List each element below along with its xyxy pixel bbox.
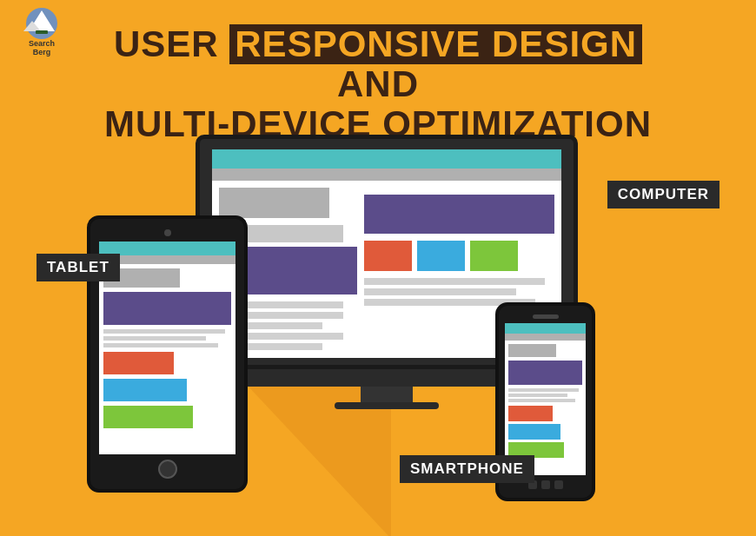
monitor-base xyxy=(335,402,439,409)
tablet-content xyxy=(99,264,235,433)
phone-btn-menu xyxy=(554,480,563,489)
phone-nav xyxy=(505,334,586,341)
monitor-right-content xyxy=(364,188,554,306)
phone-block-red xyxy=(508,406,553,421)
phone-content xyxy=(505,341,586,461)
phone-topbar xyxy=(505,323,586,334)
monitor-neck xyxy=(361,387,413,402)
tablet-block-blue xyxy=(103,379,187,401)
computer-label: COMPUTER xyxy=(607,181,720,208)
monitor-nav xyxy=(212,169,561,181)
monitor-hero-gray xyxy=(219,188,329,218)
logo-icon xyxy=(18,7,66,40)
phone-bar2 xyxy=(508,394,567,397)
tablet-bar2 xyxy=(103,336,206,341)
monitor-block-red xyxy=(364,241,412,271)
tablet-purple xyxy=(103,292,231,325)
title-line1: USER RESPONSIVE DESIGN AND xyxy=(74,24,682,104)
phone-speaker xyxy=(533,314,559,319)
tablet-bar3 xyxy=(103,343,218,347)
monitor-block-blue xyxy=(417,241,465,271)
phone-gray-block xyxy=(508,344,556,357)
tablet-home-button xyxy=(158,460,177,479)
tablet-label: TABLET xyxy=(36,254,120,281)
phone-bars xyxy=(508,388,582,402)
phone-bar3 xyxy=(508,399,575,402)
tablet-bars xyxy=(103,329,231,347)
logo: Search Berg xyxy=(7,7,76,57)
phone-btn-home xyxy=(541,480,550,489)
monitor-rt-bar2 xyxy=(364,288,516,295)
svg-rect-3 xyxy=(36,30,48,34)
monitor-block-green xyxy=(470,241,518,271)
monitor-right-blocks xyxy=(364,241,554,271)
phone-purple xyxy=(508,361,582,385)
title-area: USER RESPONSIVE DESIGN AND MULTI-DEVICE … xyxy=(74,24,682,145)
title-highlight: RESPONSIVE DESIGN xyxy=(229,24,642,64)
smartphone-label: SMARTPHONE xyxy=(400,455,534,483)
phone-block-blue xyxy=(508,424,560,440)
tablet-block-red xyxy=(103,352,174,374)
phone-bar1 xyxy=(508,388,579,392)
tablet-bar1 xyxy=(103,329,225,334)
tablet-camera xyxy=(164,229,171,236)
monitor-rt-bar1 xyxy=(364,278,545,285)
phone-screen xyxy=(505,323,586,475)
logo-text: Search Berg xyxy=(29,40,55,57)
monitor-right-purple xyxy=(364,195,554,234)
tablet-block-green xyxy=(103,406,193,428)
monitor-topbar xyxy=(212,149,561,169)
